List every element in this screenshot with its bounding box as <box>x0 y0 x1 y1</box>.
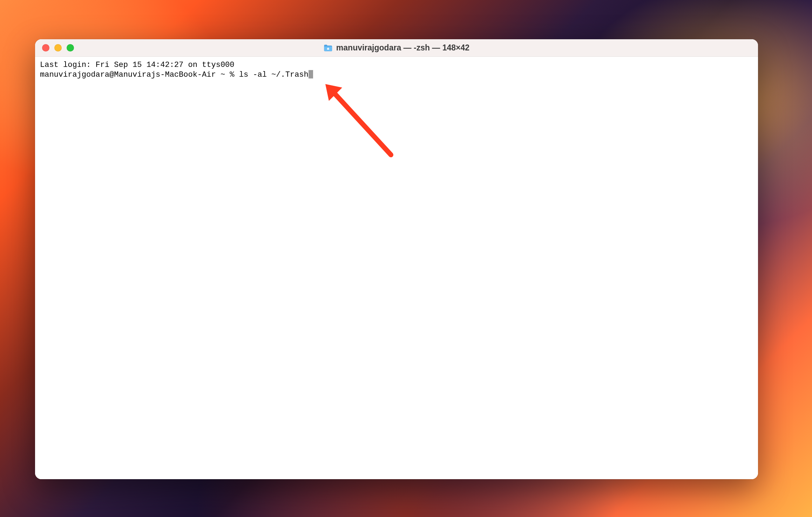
last-login-line: Last login: Fri Sep 15 14:42:27 on ttys0… <box>40 60 753 70</box>
typed-command: ls -al ~/.Trash <box>239 70 309 80</box>
shell-prompt: manuvirajgodara@Manuvirajs-MacBook-Air ~… <box>40 70 239 80</box>
terminal-cursor <box>309 70 313 78</box>
terminal-window: manuvirajgodara — -zsh — 148×42 Last log… <box>35 39 758 479</box>
close-button[interactable] <box>42 44 49 51</box>
prompt-line: manuvirajgodara@Manuvirajs-MacBook-Air ~… <box>40 70 753 80</box>
maximize-button[interactable] <box>67 44 74 51</box>
window-title-text: manuvirajgodara — -zsh — 148×42 <box>336 43 469 53</box>
minimize-button[interactable] <box>54 44 62 51</box>
window-title-bar[interactable]: manuvirajgodara — -zsh — 148×42 <box>35 39 758 57</box>
window-controls <box>35 44 74 51</box>
terminal-content-area[interactable]: Last login: Fri Sep 15 14:42:27 on ttys0… <box>35 57 758 479</box>
window-title: manuvirajgodara — -zsh — 148×42 <box>324 43 469 53</box>
folder-home-icon <box>324 44 333 52</box>
